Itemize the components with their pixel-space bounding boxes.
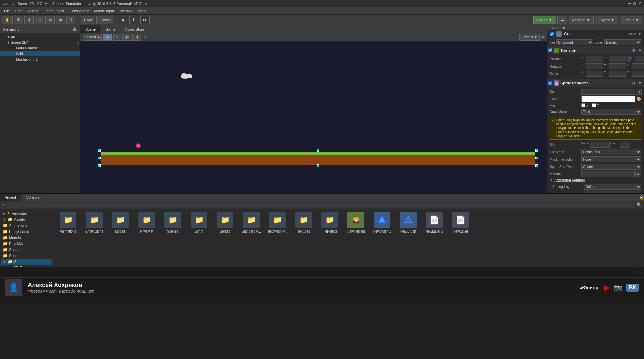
proj-assets[interactable]: ▼ 📁 Assets: [1, 216, 52, 222]
menu-assets[interactable]: Assets: [24, 9, 41, 13]
order-layer-input[interactable]: 0: [584, 191, 641, 193]
tag-select[interactable]: Untagged: [556, 39, 593, 45]
console-tab[interactable]: Console: [21, 194, 44, 201]
menu-file[interactable]: File: [1, 9, 13, 13]
default-layout-btn[interactable]: Default ▼: [620, 16, 642, 24]
move-tool-btn[interactable]: ✛: [14, 16, 23, 24]
scale-z-input[interactable]: 1: [632, 71, 644, 77]
audio-btn[interactable]: 🔊: [122, 34, 131, 41]
sprite-more-btn[interactable]: ▼: [637, 80, 643, 86]
asset-entitycache[interactable]: 📁 EntityCache: [83, 212, 106, 233]
pivot-btn[interactable]: Pivot: [81, 16, 95, 24]
add-project-btn[interactable]: +: [2, 202, 5, 208]
scene-canvas[interactable]: [80, 42, 547, 193]
height-input[interactable]: 1: [620, 142, 630, 148]
vk-icon[interactable]: ВК: [626, 284, 639, 292]
asset-animations[interactable]: 📁 Animations: [56, 212, 80, 233]
game-tab[interactable]: Game: [101, 25, 120, 33]
proj-favorites[interactable]: ▶ ★ Favorites: [1, 210, 52, 216]
flip-y-checkbox[interactable]: [592, 103, 596, 107]
asset-textures[interactable]: 📁 Textures: [292, 212, 315, 233]
mask-interaction-select[interactable]: None: [581, 156, 641, 162]
hierarchy-lock-btn[interactable]: 🔒: [72, 27, 77, 32]
rot-y-input[interactable]: 0: [609, 63, 626, 69]
proj-models[interactable]: 📁 Models: [1, 235, 52, 241]
gizmos-btn[interactable]: Gizmos ▼: [519, 34, 540, 41]
proj-scenes[interactable]: 📁 Scenes: [1, 247, 52, 253]
hand-tool-btn[interactable]: ✋: [2, 16, 13, 24]
hier-mushroom[interactable]: ▶ Mushroom_1: [0, 56, 80, 62]
transform-header[interactable]: ↔ Transform ⚙ ▼: [547, 47, 644, 54]
asset-newterrain[interactable]: 🌄 New Terrain: [344, 212, 368, 233]
transform-enable[interactable]: [548, 48, 552, 52]
flip-x-checkbox[interactable]: [581, 103, 585, 107]
asset-newbrush1[interactable]: NewBrush 1: [370, 212, 394, 233]
layers-btn[interactable]: Layers ▼: [595, 16, 618, 24]
menu-help[interactable]: Help: [135, 9, 148, 13]
sprite-renderer-header[interactable]: 🖼 Sprite Renderer ⚙ ▼: [547, 79, 644, 87]
menu-mobile-input[interactable]: Mobile Input: [91, 9, 117, 13]
asset-newlayer[interactable]: 📄 NewLayer: [449, 212, 472, 233]
asset-textmesh[interactable]: 📁 TextMesh P...: [266, 212, 289, 233]
proj-physmat[interactable]: 📁 PhysMat: [1, 241, 52, 247]
additional-settings-header[interactable]: ▼ Additional Settings: [548, 178, 643, 183]
custom-tool-btn[interactable]: ⠿: [66, 16, 75, 24]
account-btn[interactable]: Account ▼: [569, 16, 594, 24]
material-picker-btn[interactable]: ⊙: [635, 171, 641, 177]
search-icon-btn[interactable]: 🔍: [636, 202, 642, 207]
hier-main-camera[interactable]: ▶ Main Camera: [0, 45, 80, 51]
asset-tilepalette[interactable]: 📁 TilePalette: [318, 212, 341, 233]
menu-gameobject[interactable]: GameObject: [41, 9, 67, 13]
asset-newlayer1[interactable]: 📄 NewLayer 1: [423, 212, 446, 233]
scene-tab[interactable]: Scene: [80, 25, 101, 33]
2d-btn[interactable]: 2D: [103, 34, 112, 41]
light-btn[interactable]: ☀: [113, 34, 121, 41]
transform-more-btn[interactable]: ▼: [637, 48, 643, 53]
pause-btn[interactable]: ⏸: [129, 16, 139, 24]
step-btn[interactable]: ⏭: [140, 16, 150, 24]
rot-z-input[interactable]: 0: [632, 63, 644, 69]
minimize-btn[interactable]: ─: [628, 1, 631, 6]
play-btn[interactable]: ▶: [119, 16, 128, 24]
fx-btn[interactable]: ✨: [132, 34, 141, 41]
asset-scenes[interactable]: 📁 Scenes: [161, 212, 184, 233]
maximize-btn[interactable]: □: [633, 1, 636, 6]
global-btn[interactable]: Global: [96, 16, 113, 24]
width-input[interactable]: 22.91471: [590, 142, 610, 148]
asset-store-tab[interactable]: Asset Store: [120, 25, 149, 33]
proj-sprites[interactable]: ▼ 📁 Sprites: [1, 259, 52, 265]
scale-tool-btn[interactable]: ⤡: [35, 16, 44, 24]
sprite-settings-btn[interactable]: ⚙: [631, 80, 636, 86]
asset-standarda[interactable]: 📁 Standard A...: [239, 212, 263, 233]
material-input-sr[interactable]: Sprites-Default: [581, 171, 635, 177]
sprite-enable[interactable]: [548, 81, 552, 85]
asset-newbrush[interactable]: NewBrush: [396, 212, 420, 233]
proj-tiles[interactable]: 📁 Tiles: [1, 265, 52, 267]
close-btn[interactable]: ✕: [638, 1, 641, 6]
hier-grid[interactable]: ▶ Grid: [0, 51, 80, 56]
color-picker-btn[interactable]: 🎨: [636, 97, 641, 101]
draw-mode-select[interactable]: Tiled: [581, 109, 641, 115]
collab-btn[interactable]: Collab ▼: [533, 16, 556, 24]
pos-z-input[interactable]: 0: [635, 56, 644, 62]
static-arrow[interactable]: ▼: [638, 32, 641, 36]
youtube-icon[interactable]: ▶: [604, 283, 610, 292]
transform-settings-btn[interactable]: ⚙: [631, 48, 636, 53]
scale-y-input[interactable]: 1: [609, 71, 626, 77]
menu-component[interactable]: Component: [67, 9, 91, 13]
rot-x-input[interactable]: 0: [586, 63, 603, 69]
hier-scene2d[interactable]: ▼ Scene 2D* 1: [0, 40, 80, 45]
menu-window[interactable]: Window: [117, 9, 135, 13]
sprite-input[interactable]: 2: [581, 89, 635, 95]
color-swatch[interactable]: [581, 96, 635, 102]
proj-script[interactable]: 📁 Script: [1, 253, 52, 259]
sprite-sort-select[interactable]: Center: [581, 164, 641, 170]
layer-select[interactable]: Default: [604, 39, 641, 45]
asset-models[interactable]: 📁 Models: [109, 212, 132, 233]
menu-edit[interactable]: Edit: [13, 9, 24, 13]
hier-all[interactable]: ▼ All: [0, 34, 80, 40]
rotate-tool-btn[interactable]: ↺: [24, 16, 34, 24]
transform-tool-btn[interactable]: ⊕: [56, 16, 65, 24]
instagram-icon[interactable]: 📷: [614, 284, 622, 292]
project-lock-btn[interactable]: 🔒: [639, 195, 644, 200]
